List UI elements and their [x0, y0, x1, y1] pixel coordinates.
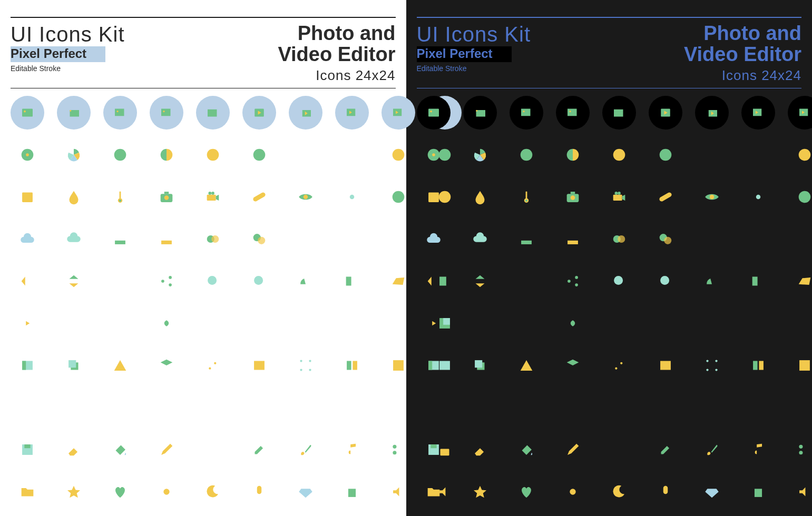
columns-icon[interactable] — [335, 349, 369, 382]
folder-icon[interactable] — [11, 475, 44, 509]
bucket-icon[interactable] — [103, 433, 137, 467]
undo-icon[interactable] — [196, 391, 230, 424]
folder-icon[interactable] — [417, 475, 451, 509]
focus-face-icon[interactable] — [103, 306, 137, 340]
volume-icon[interactable] — [381, 475, 415, 509]
layers-icon[interactable] — [57, 349, 91, 382]
triangle-icon[interactable] — [103, 349, 137, 382]
image-remove-icon[interactable] — [556, 96, 590, 130]
zoom-out-icon[interactable] — [649, 264, 682, 298]
zoom-in-icon[interactable] — [196, 264, 230, 298]
contrast-icon[interactable] — [556, 138, 590, 172]
film-reel-icon[interactable] — [381, 180, 415, 214]
zoom-out-icon[interactable] — [242, 264, 276, 298]
time-icon[interactable] — [602, 138, 636, 172]
grid-icon[interactable] — [788, 349, 812, 382]
check-all-icon[interactable] — [381, 391, 415, 424]
arrow-right-icon[interactable] — [463, 391, 497, 424]
sliders-h-icon[interactable] — [741, 222, 775, 256]
rotate-cw-icon[interactable] — [335, 138, 369, 172]
rotate-ccw-icon[interactable] — [289, 138, 322, 172]
check-icon[interactable] — [335, 391, 369, 424]
gear-icon[interactable] — [335, 180, 369, 214]
flip-v-icon[interactable] — [57, 264, 91, 298]
scissors-icon[interactable] — [381, 433, 415, 467]
mic-icon[interactable] — [242, 475, 276, 509]
focus-macro-icon[interactable] — [556, 306, 590, 340]
wand-icon[interactable] — [196, 433, 230, 467]
drop-icon[interactable] — [57, 180, 91, 214]
moon-icon[interactable] — [196, 475, 230, 509]
clock-icon[interactable] — [649, 138, 682, 172]
calendar-icon[interactable] — [417, 180, 451, 214]
camcorder-icon[interactable] — [602, 180, 636, 214]
cloud-up-icon[interactable] — [57, 222, 91, 256]
upload-icon[interactable] — [150, 222, 183, 256]
overlap-icon[interactable] — [649, 222, 682, 256]
videos-icon[interactable] — [289, 96, 322, 130]
aperture-icon[interactable] — [510, 138, 543, 172]
arrow-end-icon[interactable] — [556, 391, 590, 424]
eraser-icon[interactable] — [463, 433, 497, 467]
wand-icon[interactable] — [602, 433, 636, 467]
cloud-icon[interactable] — [417, 222, 451, 256]
dropper-icon[interactable] — [242, 433, 276, 467]
eraser-icon[interactable] — [57, 433, 91, 467]
brush-icon[interactable] — [289, 433, 322, 467]
save-icon[interactable] — [417, 433, 451, 467]
text-box-icon[interactable] — [649, 349, 682, 382]
collapse-icon[interactable] — [695, 306, 729, 340]
venn-icon[interactable] — [602, 222, 636, 256]
record-icon[interactable] — [11, 138, 44, 172]
heart-icon[interactable] — [510, 475, 543, 509]
arrow-left-icon[interactable] — [417, 391, 451, 424]
record-icon[interactable] — [417, 138, 451, 172]
texture-icon[interactable] — [741, 306, 775, 340]
redo-icon[interactable] — [242, 391, 276, 424]
diamond-icon[interactable] — [695, 475, 729, 509]
crop-icon[interactable] — [381, 306, 415, 340]
sliders-h-icon[interactable] — [335, 222, 369, 256]
mic-icon[interactable] — [649, 475, 682, 509]
sliders-v-icon[interactable] — [695, 222, 729, 256]
audio-wave-icon[interactable] — [510, 264, 543, 298]
aperture-icon[interactable] — [103, 138, 137, 172]
calendar-icon[interactable] — [11, 180, 44, 214]
star-icon[interactable] — [463, 475, 497, 509]
undo-icon[interactable] — [602, 391, 636, 424]
stack-icon[interactable] — [150, 349, 183, 382]
color-wheel-icon[interactable] — [57, 138, 91, 172]
focus-person-icon[interactable] — [57, 306, 91, 340]
pencil-icon[interactable] — [150, 433, 183, 467]
more-icon[interactable] — [788, 222, 812, 256]
video-add-icon[interactable] — [741, 96, 775, 130]
compare-icon[interactable] — [335, 264, 369, 298]
external-icon[interactable] — [602, 306, 636, 340]
flip-h-icon[interactable] — [11, 264, 44, 298]
thermometer-icon[interactable] — [510, 180, 543, 214]
focus-play-icon[interactable] — [11, 306, 44, 340]
speed-icon[interactable] — [695, 264, 729, 298]
image-add-icon[interactable] — [510, 96, 543, 130]
flip-h-icon[interactable] — [417, 264, 451, 298]
time-icon[interactable] — [196, 138, 230, 172]
vector-icon[interactable] — [289, 349, 322, 382]
rotate-cw-icon[interactable] — [741, 138, 775, 172]
video-remove-icon[interactable] — [381, 96, 415, 130]
compare-icon[interactable] — [741, 264, 775, 298]
arrow-start-icon[interactable] — [103, 391, 137, 424]
bucket-icon[interactable] — [510, 433, 543, 467]
check-all-icon[interactable] — [788, 391, 812, 424]
overlap-icon[interactable] — [242, 222, 276, 256]
rotate-ccw-icon[interactable] — [695, 138, 729, 172]
image-icon[interactable] — [11, 96, 44, 130]
music-icon[interactable] — [335, 433, 369, 467]
arrow-end-icon[interactable] — [150, 391, 183, 424]
redo-icon[interactable] — [649, 391, 682, 424]
camera-icon[interactable] — [556, 180, 590, 214]
eye-icon[interactable] — [695, 180, 729, 214]
curve-icon[interactable] — [196, 349, 230, 382]
video-add-icon[interactable] — [335, 96, 369, 130]
expand-icon[interactable] — [242, 306, 276, 340]
color-wheel-icon[interactable] — [463, 138, 497, 172]
